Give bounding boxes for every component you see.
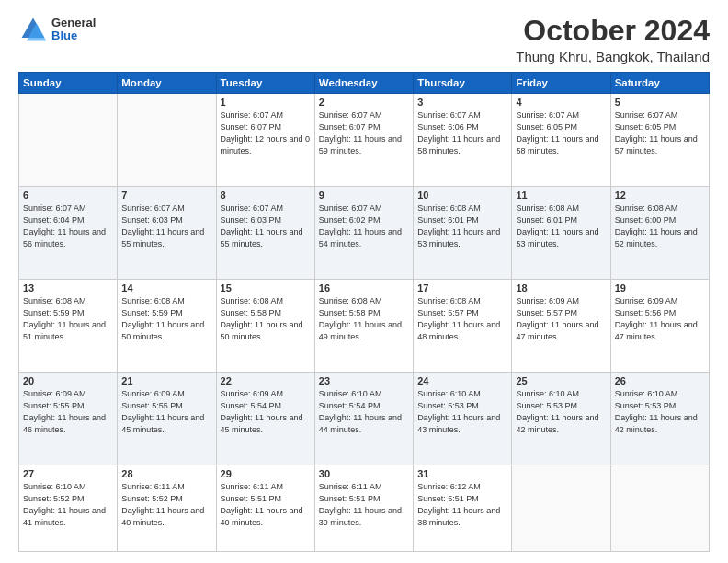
header-friday: Friday	[512, 73, 610, 94]
sunrise-text: Sunrise: 6:10 AM	[516, 389, 579, 398]
location-title: Thung Khru, Bangkok, Thailand	[516, 49, 710, 64]
table-row: 27Sunrise: 6:10 AMSunset: 5:52 PMDayligh…	[19, 465, 118, 551]
table-row: 7Sunrise: 6:07 AMSunset: 6:03 PMDaylight…	[118, 187, 216, 280]
table-row: 6Sunrise: 6:07 AMSunset: 6:04 PMDaylight…	[19, 187, 118, 280]
calendar-week-row: 6Sunrise: 6:07 AMSunset: 6:04 PMDaylight…	[19, 187, 710, 280]
day-number: 24	[417, 375, 507, 386]
calendar-week-row: 13Sunrise: 6:08 AMSunset: 5:59 PMDayligh…	[19, 280, 710, 373]
day-info: Sunrise: 6:08 AMSunset: 6:00 PMDaylight:…	[615, 202, 705, 250]
daylight-text: Daylight: 11 hours and 47 minutes.	[615, 320, 698, 341]
header-monday: Monday	[118, 73, 216, 94]
daylight-text: Daylight: 11 hours and 53 minutes.	[417, 227, 500, 248]
day-number: 22	[221, 375, 311, 386]
sunset-text: Sunset: 6:01 PM	[516, 215, 577, 224]
table-row: 22Sunrise: 6:09 AMSunset: 5:54 PMDayligh…	[216, 373, 314, 465]
sunset-text: Sunset: 5:58 PM	[319, 308, 381, 317]
calendar-week-row: 20Sunrise: 6:09 AMSunset: 5:55 PMDayligh…	[19, 373, 710, 465]
sunrise-text: Sunrise: 6:07 AM	[121, 203, 185, 213]
day-number: 28	[121, 468, 211, 479]
day-number: 21	[121, 375, 211, 386]
day-info: Sunrise: 6:08 AMSunset: 5:59 PMDaylight:…	[23, 295, 113, 343]
daylight-text: Daylight: 11 hours and 45 minutes.	[121, 413, 204, 434]
day-info: Sunrise: 6:08 AMSunset: 5:58 PMDaylight:…	[221, 295, 311, 343]
day-info: Sunrise: 6:07 AMSunset: 6:05 PMDaylight:…	[615, 109, 705, 157]
day-info: Sunrise: 6:08 AMSunset: 5:57 PMDaylight:…	[417, 295, 507, 343]
day-number: 1	[221, 97, 311, 108]
table-row: 24Sunrise: 6:10 AMSunset: 5:53 PMDayligh…	[414, 373, 512, 465]
day-info: Sunrise: 6:09 AMSunset: 5:57 PMDaylight:…	[516, 295, 606, 343]
sunrise-text: Sunrise: 6:10 AM	[417, 389, 481, 398]
table-row	[512, 465, 610, 551]
table-row: 10Sunrise: 6:08 AMSunset: 6:01 PMDayligh…	[414, 187, 512, 280]
day-number: 10	[417, 190, 507, 201]
header: General Blue October 2024 Thung Khru, Ba…	[18, 15, 710, 64]
header-saturday: Saturday	[610, 73, 709, 94]
sunset-text: Sunset: 6:07 PM	[319, 122, 381, 132]
sunset-text: Sunset: 5:53 PM	[516, 401, 577, 410]
sunset-text: Sunset: 6:06 PM	[417, 122, 479, 132]
table-row: 11Sunrise: 6:08 AMSunset: 6:01 PMDayligh…	[512, 187, 610, 280]
day-info: Sunrise: 6:07 AMSunset: 6:03 PMDaylight:…	[121, 202, 211, 250]
sunset-text: Sunset: 5:53 PM	[615, 401, 677, 410]
day-number: 16	[319, 282, 409, 293]
daylight-text: Daylight: 11 hours and 55 minutes.	[121, 227, 204, 248]
table-row: 3Sunrise: 6:07 AMSunset: 6:06 PMDaylight…	[414, 94, 512, 187]
table-row: 18Sunrise: 6:09 AMSunset: 5:57 PMDayligh…	[512, 280, 610, 373]
calendar-week-row: 27Sunrise: 6:10 AMSunset: 5:52 PMDayligh…	[19, 465, 710, 551]
day-number: 4	[516, 97, 606, 108]
sunrise-text: Sunrise: 6:11 AM	[121, 482, 185, 491]
sunrise-text: Sunrise: 6:09 AM	[516, 296, 579, 305]
sunrise-text: Sunrise: 6:08 AM	[121, 296, 185, 305]
logo-blue: Blue	[51, 29, 96, 42]
day-info: Sunrise: 6:10 AMSunset: 5:53 PMDaylight:…	[516, 388, 606, 436]
sunrise-text: Sunrise: 6:10 AM	[615, 389, 678, 398]
header-thursday: Thursday	[414, 73, 512, 94]
table-row: 5Sunrise: 6:07 AMSunset: 6:05 PMDaylight…	[610, 94, 709, 187]
sunset-text: Sunset: 5:54 PM	[319, 401, 381, 410]
table-row	[19, 94, 118, 187]
day-number: 31	[417, 468, 507, 479]
sunrise-text: Sunrise: 6:08 AM	[516, 203, 579, 213]
day-number: 20	[23, 375, 113, 386]
table-row: 8Sunrise: 6:07 AMSunset: 6:03 PMDaylight…	[216, 187, 314, 280]
sunset-text: Sunset: 6:02 PM	[319, 215, 381, 224]
month-title: October 2024	[516, 15, 710, 47]
day-info: Sunrise: 6:08 AMSunset: 6:01 PMDaylight:…	[516, 202, 606, 250]
daylight-text: Daylight: 11 hours and 41 minutes.	[23, 506, 106, 527]
sunrise-text: Sunrise: 6:07 AM	[615, 110, 678, 120]
sunset-text: Sunset: 5:59 PM	[23, 308, 85, 317]
sunset-text: Sunset: 5:57 PM	[417, 308, 479, 317]
daylight-text: Daylight: 11 hours and 38 minutes.	[417, 506, 500, 527]
day-info: Sunrise: 6:10 AMSunset: 5:53 PMDaylight:…	[417, 388, 507, 436]
day-info: Sunrise: 6:10 AMSunset: 5:54 PMDaylight:…	[319, 388, 409, 436]
logo-text: General Blue	[51, 17, 96, 43]
day-number: 19	[615, 282, 705, 293]
day-info: Sunrise: 6:07 AMSunset: 6:04 PMDaylight:…	[23, 202, 113, 250]
sunrise-text: Sunrise: 6:09 AM	[121, 389, 185, 398]
header-wednesday: Wednesday	[314, 73, 413, 94]
day-info: Sunrise: 6:09 AMSunset: 5:55 PMDaylight:…	[23, 388, 113, 436]
calendar-table: Sunday Monday Tuesday Wednesday Thursday…	[18, 72, 710, 552]
daylight-text: Daylight: 11 hours and 58 minutes.	[516, 134, 598, 155]
day-number: 15	[221, 282, 311, 293]
logo-general: General	[51, 17, 96, 29]
table-row: 28Sunrise: 6:11 AMSunset: 5:52 PMDayligh…	[118, 465, 216, 551]
day-info: Sunrise: 6:07 AMSunset: 6:07 PMDaylight:…	[319, 109, 409, 157]
table-row: 2Sunrise: 6:07 AMSunset: 6:07 PMDaylight…	[314, 94, 413, 187]
daylight-text: Daylight: 11 hours and 49 minutes.	[319, 320, 402, 341]
sunset-text: Sunset: 5:55 PM	[23, 401, 85, 410]
sunrise-text: Sunrise: 6:07 AM	[319, 110, 382, 120]
day-number: 13	[23, 282, 113, 293]
day-number: 14	[121, 282, 211, 293]
daylight-text: Daylight: 11 hours and 44 minutes.	[319, 413, 402, 434]
table-row: 29Sunrise: 6:11 AMSunset: 5:51 PMDayligh…	[216, 465, 314, 551]
sunset-text: Sunset: 5:51 PM	[319, 494, 381, 503]
day-number: 11	[516, 190, 606, 201]
table-row: 12Sunrise: 6:08 AMSunset: 6:00 PMDayligh…	[610, 187, 709, 280]
sunrise-text: Sunrise: 6:07 AM	[23, 203, 86, 213]
daylight-text: Daylight: 11 hours and 42 minutes.	[516, 413, 598, 434]
table-row: 31Sunrise: 6:12 AMSunset: 5:51 PMDayligh…	[414, 465, 512, 551]
sunrise-text: Sunrise: 6:08 AM	[23, 296, 86, 305]
table-row: 25Sunrise: 6:10 AMSunset: 5:53 PMDayligh…	[512, 373, 610, 465]
sunrise-text: Sunrise: 6:11 AM	[221, 482, 284, 491]
